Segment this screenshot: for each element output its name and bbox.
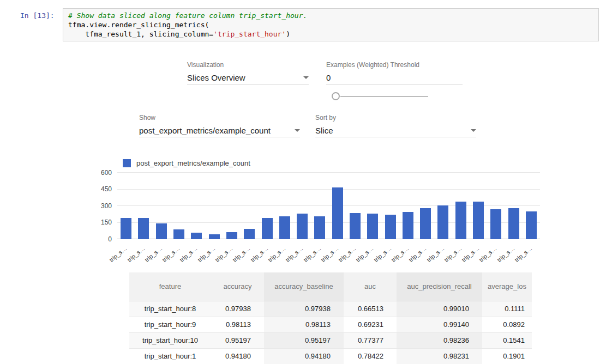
bar[interactable] <box>121 218 131 239</box>
bar[interactable] <box>262 218 273 239</box>
bar-slot <box>470 173 487 239</box>
bar-slot <box>205 173 223 239</box>
bar[interactable] <box>244 229 255 239</box>
bar-slot <box>417 173 434 239</box>
bar-slot <box>241 173 258 239</box>
bar-slot <box>364 173 381 239</box>
dropdown-arrow-icon[interactable] <box>303 76 309 79</box>
code-cell[interactable]: # Show data sliced along feature column … <box>63 8 599 41</box>
metric-cell: 0.77377 <box>344 332 397 348</box>
feature-cell: trip_start_hour:9 <box>129 317 211 332</box>
column-header[interactable]: accuracy_baseline <box>264 272 344 301</box>
column-header[interactable]: average_los <box>482 272 532 301</box>
legend-label: post_export_metrics/example_count <box>136 159 250 167</box>
column-header[interactable]: accuracy <box>211 272 264 301</box>
metric-cell: 0.94180 <box>264 348 344 364</box>
x-axis-tick-label: trip_s… <box>108 245 128 263</box>
metric-cell: 0.66513 <box>344 301 397 317</box>
bar[interactable] <box>138 218 149 239</box>
code-editor[interactable]: # Show data sliced along feature column … <box>68 11 593 39</box>
bar-slot <box>188 173 205 239</box>
metric-cell: 0.97938 <box>264 301 344 317</box>
bar-slot <box>170 173 188 239</box>
bar-slot <box>258 173 275 239</box>
bar-slot <box>276 173 293 239</box>
bar-slot <box>452 173 470 239</box>
feature-cell: trip_start_hour:1 <box>129 348 211 364</box>
bar[interactable] <box>156 223 167 239</box>
code-line-3-close: ) <box>286 30 290 38</box>
show-metric-value: post_export_metrics/example_count <box>139 126 271 135</box>
y-axis-tick-label: 450 <box>101 185 117 193</box>
column-header[interactable]: feature <box>129 272 211 301</box>
threshold-field <box>326 71 463 84</box>
bar[interactable] <box>191 233 202 239</box>
bar[interactable] <box>437 205 448 239</box>
bar[interactable] <box>279 216 290 239</box>
bar[interactable] <box>526 211 537 239</box>
metric-cell: 0.98231 <box>397 348 482 364</box>
threshold-slider-track[interactable] <box>340 96 428 97</box>
bar[interactable] <box>173 229 184 239</box>
bar-slot <box>153 173 170 239</box>
code-string: 'trip_start_hour' <box>213 30 286 38</box>
bar-slot <box>311 173 328 239</box>
bar[interactable] <box>297 214 308 239</box>
threshold-label: Examples (Weighted) Threshold <box>326 61 419 69</box>
bar[interactable] <box>209 234 220 239</box>
bar-slot <box>523 173 540 239</box>
table-row: trip_start_hour:90.981130.981130.692310.… <box>129 317 532 332</box>
table-row: trip_start_hour:80.979380.979380.665130.… <box>129 301 532 317</box>
column-header[interactable]: auc <box>344 272 397 301</box>
bar[interactable] <box>226 232 237 239</box>
metric-cell: 0.98113 <box>264 317 344 332</box>
bar[interactable] <box>314 216 325 239</box>
x-axis-slot: trip_s… <box>523 241 540 260</box>
bar[interactable] <box>367 214 378 239</box>
column-header[interactable]: auc_precision_recall <box>397 272 482 301</box>
metric-cell: 0.94180 <box>211 348 264 364</box>
bar-slot <box>346 173 364 239</box>
y-axis-tick-label: 300 <box>101 202 117 210</box>
visualization-dropdown[interactable]: Slices Overview <box>187 71 309 84</box>
metric-cell: 0.69231 <box>344 317 397 332</box>
metric-cell: 0.98236 <box>397 332 482 348</box>
sort-by-label: Sort by <box>315 114 336 122</box>
dropdown-arrow-icon[interactable] <box>295 129 300 132</box>
bar[interactable] <box>473 202 484 239</box>
metric-cell: 0.97938 <box>211 301 264 317</box>
bar[interactable] <box>455 202 466 239</box>
bar-slot <box>223 173 241 239</box>
threshold-input[interactable] <box>326 73 463 82</box>
y-axis-tick-label: 150 <box>101 219 117 226</box>
bar[interactable] <box>403 212 413 239</box>
notebook-page: In [13]: # Show data sliced along featur… <box>0 0 606 364</box>
bar-slot <box>399 173 417 239</box>
visualization-label: Visualization <box>187 61 224 69</box>
x-axis-labels: trip_s…trip_s…trip_s…trip_s…trip_s…trip_… <box>117 241 540 260</box>
code-comment: # Show data sliced along feature column … <box>68 11 307 20</box>
show-label: Show <box>139 114 155 122</box>
bar-slot <box>135 173 152 239</box>
bar[interactable] <box>385 215 396 239</box>
code-line-2: tfma.view.render_slicing_metrics( <box>68 21 209 29</box>
bar[interactable] <box>490 209 501 239</box>
visualization-value: Slices Overview <box>187 73 245 82</box>
metric-cell: 0.95197 <box>211 332 264 348</box>
metric-cell: 0.99010 <box>397 301 482 317</box>
threshold-slider-knob[interactable] <box>332 92 340 100</box>
show-metric-dropdown[interactable]: post_export_metrics/example_count <box>139 124 300 137</box>
metric-cell: 0.99140 <box>397 317 482 332</box>
dropdown-arrow-icon[interactable] <box>471 129 476 132</box>
y-axis-tick-label: 600 <box>101 169 117 177</box>
bar[interactable] <box>332 187 343 239</box>
cell-prompt: In [13]: <box>20 11 55 20</box>
feature-cell: trip_start_hour:10 <box>129 332 211 348</box>
sort-by-dropdown[interactable]: Slice <box>315 124 476 137</box>
bar[interactable] <box>508 208 519 239</box>
bar-slot <box>434 173 452 239</box>
table-body: trip_start_hour:80.979380.979380.665130.… <box>129 301 532 364</box>
table-header-row: featureaccuracyaccuracy_baselineaucauc_p… <box>129 272 532 301</box>
bar[interactable] <box>350 213 361 239</box>
bar[interactable] <box>420 208 431 239</box>
